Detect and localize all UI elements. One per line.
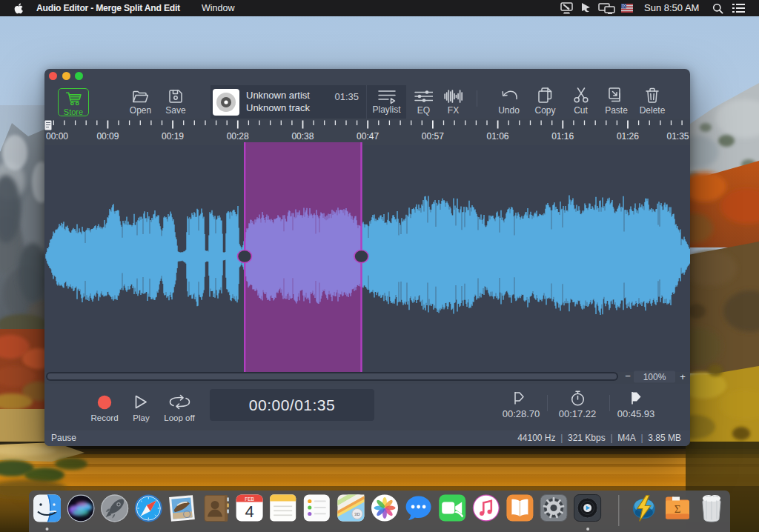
svg-text:FEB: FEB bbox=[245, 496, 254, 502]
svg-text:Σ: Σ bbox=[675, 503, 681, 515]
svg-text:4: 4 bbox=[245, 502, 253, 521]
svg-text:3D: 3D bbox=[354, 512, 360, 516]
